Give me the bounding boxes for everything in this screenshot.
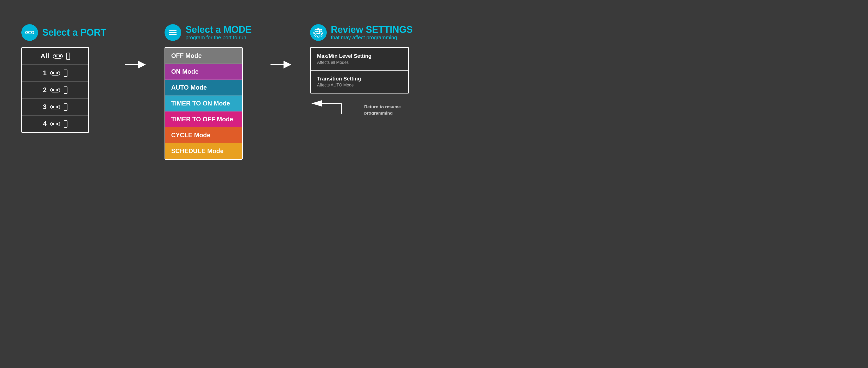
mode-auto[interactable]: AUTO Mode	[165, 80, 242, 96]
port-all-label: All	[40, 52, 49, 60]
return-block: Return to resumeprogramming	[310, 93, 401, 116]
svg-rect-15	[51, 105, 60, 109]
port-1-plug-icon	[50, 71, 60, 75]
mode-header-text: Select a MODE program for the port to ru…	[185, 25, 251, 41]
port-all-rect-icon	[66, 53, 70, 60]
port-2-label: 2	[43, 86, 46, 94]
mode-off[interactable]: OFF Mode	[165, 48, 242, 64]
settings-header-text: Review SETTINGS that may affect programm…	[331, 25, 413, 41]
port-item-3[interactable]: 3	[22, 99, 88, 116]
section-mode: Select a MODE program for the port to ru…	[164, 24, 251, 160]
settings-item-maxmin: Max/Min Level Setting Affects all Modes	[311, 48, 408, 70]
svg-rect-20	[52, 123, 54, 125]
main-container: Select a PORT All 1	[0, 17, 434, 167]
port-4-plug-icon	[50, 122, 60, 126]
settings-section-subtitle: that may affect programming	[331, 35, 413, 41]
svg-rect-12	[52, 89, 54, 91]
gear-icon	[313, 28, 323, 37]
mode-timer-on[interactable]: TIMER TO ON Mode	[165, 96, 242, 112]
svg-rect-10	[64, 70, 67, 76]
svg-rect-7	[51, 71, 60, 75]
mode-icon-circle	[164, 24, 181, 41]
port-3-plug-icon	[50, 105, 60, 110]
port-list: All 1	[21, 47, 89, 133]
svg-rect-5	[59, 55, 61, 57]
return-arrow-row: Return to resumeprogramming	[310, 96, 401, 116]
svg-rect-21	[57, 123, 58, 125]
port-item-1[interactable]: 1	[22, 65, 88, 82]
port-item-2[interactable]: 2	[22, 82, 88, 99]
port-item-all[interactable]: All	[22, 48, 88, 65]
settings-maxmin-title: Max/Min Level Setting	[317, 53, 402, 59]
port-1-label: 1	[43, 69, 46, 77]
svg-rect-9	[57, 72, 58, 74]
svg-rect-11	[51, 88, 60, 92]
mode-section-title: Select a MODE	[185, 25, 251, 35]
svg-marker-34	[311, 100, 322, 106]
mode-on[interactable]: ON Mode	[165, 64, 242, 80]
menu-icon	[168, 28, 178, 37]
right-arrow-icon-1	[125, 58, 146, 71]
svg-rect-17	[57, 106, 58, 108]
svg-rect-6	[67, 53, 70, 60]
port-4-label: 4	[43, 120, 46, 128]
port-2-rect-icon	[64, 87, 67, 94]
svg-rect-14	[64, 87, 67, 93]
svg-rect-16	[52, 106, 54, 108]
section-port-header: Select a PORT	[21, 24, 106, 41]
section-port: Select a PORT All 1	[21, 24, 106, 133]
mode-timer-off[interactable]: TIMER TO OFF Mode	[165, 112, 242, 127]
settings-transition-subtitle: Affects AUTO Mode	[317, 83, 402, 88]
svg-rect-3	[53, 54, 62, 58]
svg-marker-24	[138, 61, 146, 68]
port-section-title: Select a PORT	[42, 27, 106, 38]
return-arrow-icon	[310, 96, 362, 116]
mode-list: OFF Mode ON Mode AUTO Mode TIMER TO ON M…	[164, 47, 243, 160]
right-arrow-icon-2	[271, 58, 291, 71]
settings-transition-title: Transition Setting	[317, 76, 402, 82]
mode-schedule[interactable]: SCHEDULE Mode	[165, 143, 242, 159]
port-plug-icon	[25, 27, 35, 38]
svg-rect-8	[52, 72, 54, 74]
port-3-label: 3	[43, 103, 46, 111]
svg-rect-2	[31, 32, 32, 33]
svg-rect-1	[27, 32, 29, 33]
arrow-mode-to-settings	[269, 58, 293, 71]
port-1-rect-icon	[64, 69, 67, 77]
return-label-text: Return to resumeprogramming	[364, 104, 401, 116]
svg-rect-4	[55, 55, 57, 57]
settings-item-transition: Transition Setting Affects AUTO Mode	[311, 70, 408, 93]
port-item-4[interactable]: 4	[22, 116, 88, 132]
port-3-rect-icon	[64, 103, 67, 111]
svg-rect-19	[51, 122, 60, 126]
settings-box: Max/Min Level Setting Affects all Modes …	[310, 47, 409, 93]
mode-cycle[interactable]: CYCLE Mode	[165, 127, 242, 143]
return-label: Return to resumeprogramming	[364, 104, 401, 116]
port-icon-circle	[21, 24, 38, 41]
svg-rect-0	[26, 31, 34, 34]
port-4-rect-icon	[64, 120, 67, 128]
section-settings-header: Review SETTINGS that may affect programm…	[310, 24, 413, 41]
section-mode-header: Select a MODE program for the port to ru…	[164, 24, 251, 41]
settings-maxmin-subtitle: Affects all Modes	[317, 60, 402, 65]
port-all-plug-icon	[53, 54, 63, 59]
svg-rect-22	[64, 121, 67, 127]
section-settings: Review SETTINGS that may affect programm…	[310, 24, 413, 116]
settings-icon-circle	[310, 24, 327, 41]
port-2-plug-icon	[50, 88, 60, 92]
svg-rect-13	[57, 89, 58, 91]
svg-marker-29	[283, 61, 291, 68]
svg-rect-18	[64, 104, 67, 111]
mode-section-subtitle: program for the port to run	[185, 35, 251, 41]
settings-section-title: Review SETTINGS	[331, 25, 413, 35]
arrow-port-to-mode	[123, 58, 148, 71]
